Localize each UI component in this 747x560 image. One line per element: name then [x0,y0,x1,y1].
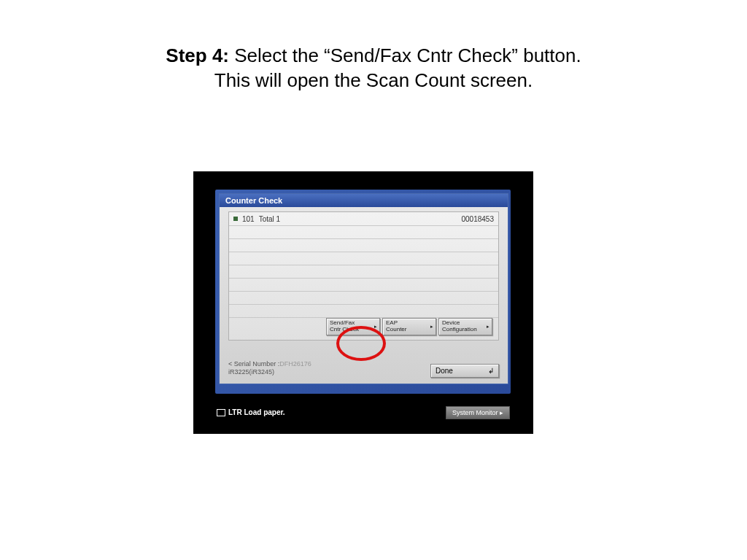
serial-info: < Serial Number :DFH26176 iR3225(iR3245) [228,360,311,376]
eap-counter-button[interactable]: EAPCounter ▸ [382,318,436,335]
row-label: Total 1 [259,215,280,223]
model-name: iR3225(iR3245) [228,368,274,376]
chevron-right-icon: ▸ [500,409,503,416]
step-label: Step 4: [166,44,229,66]
send-fax-cntr-check-button[interactable]: Send/FaxCntr Check ▸ [326,318,380,335]
list-line [229,265,498,279]
row-id: 101 [242,215,255,223]
chevron-right-icon: ▸ [430,324,433,330]
device-photo: Counter Check 101 Total 1 00018453 [193,171,533,434]
chevron-right-icon: ▸ [487,324,489,330]
system-monitor-button[interactable]: System Monitor ▸ [446,406,510,419]
device-screen-bg: Counter Check 101 Total 1 00018453 [215,190,511,394]
window-title: Counter Check [220,194,508,207]
action-button-row: Send/FaxCntr Check ▸ EAPCounter ▸ Device… [326,318,492,335]
device-configuration-button[interactable]: DeviceConfiguration ▸ [438,318,492,335]
counter-list: 101 Total 1 00018453 Send/FaxCntr Check … [228,211,499,341]
row-marker-icon [233,217,238,221]
counter-row: 101 Total 1 00018453 [229,212,498,226]
instruction-line2: This will open the Scan Count screen. [214,69,533,91]
list-line [229,279,498,292]
list-line [229,239,498,252]
list-line [229,305,498,318]
instruction-text: Step 4: Select the “Send/Fax Cntr Check”… [0,0,747,93]
paper-status-icon [217,409,225,416]
done-button[interactable]: Done ↲ [430,364,499,378]
status-bar: LTR Load paper. [217,408,285,416]
row-value: 00018453 [462,215,495,223]
return-icon: ↲ [488,367,494,375]
list-line [229,292,498,305]
counter-check-window: Counter Check 101 Total 1 00018453 [219,193,508,384]
list-line [229,252,498,265]
instruction-line1: Select the “Send/Fax Cntr Check” button. [229,44,581,66]
list-line [229,226,498,239]
chevron-right-icon: ▸ [374,324,377,330]
